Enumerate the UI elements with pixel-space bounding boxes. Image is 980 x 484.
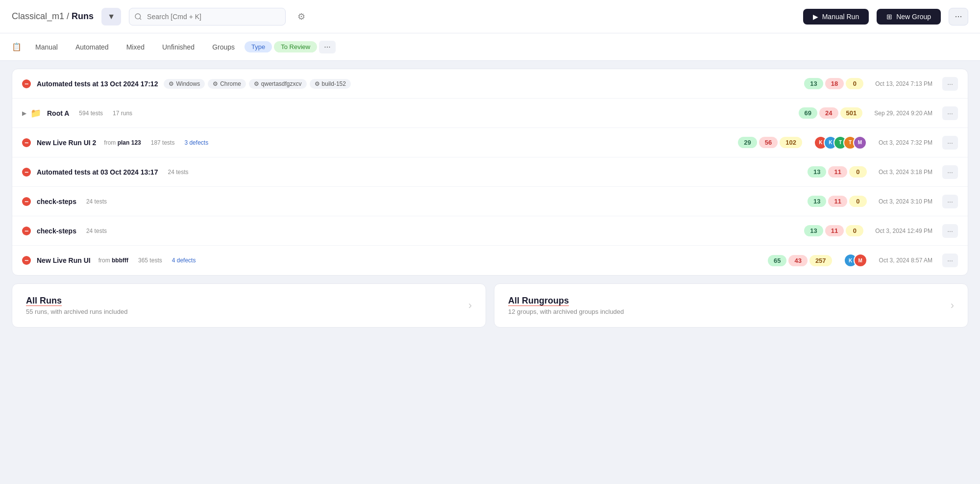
- all-runs-sub: 55 runs, with archived runs included: [26, 308, 127, 315]
- run-meta-tests: 594 tests: [79, 110, 103, 117]
- tab-bar-icon: 📋: [12, 42, 22, 51]
- tab-review-badge[interactable]: To Review: [274, 41, 317, 52]
- count-other: 501: [840, 107, 863, 119]
- row-more-button[interactable]: ···: [942, 136, 958, 150]
- status-fail-icon: [22, 256, 31, 265]
- breadcrumb: Classical_m1 / Runs: [12, 11, 94, 22]
- count-fail: 56: [759, 137, 778, 148]
- row-more-button[interactable]: ···: [942, 224, 958, 238]
- header-more-button[interactable]: ···: [949, 8, 968, 25]
- run-meta-tests: 24 tests: [168, 169, 188, 176]
- run-from: from bbbfff: [98, 257, 128, 264]
- run-name: Automated tests at 03 Oct 2024 13:17: [37, 168, 158, 176]
- row-more-button[interactable]: ···: [942, 254, 958, 267]
- chevron-right-icon: ›: [951, 299, 954, 312]
- tab-mixed[interactable]: Mixed: [119, 39, 152, 55]
- folder-icon: 📁: [30, 108, 41, 119]
- count-fail: 43: [788, 255, 807, 266]
- count-fail: 18: [825, 78, 844, 89]
- count-fail: 11: [828, 166, 847, 178]
- run-date: Oct 3, 2024 3:18 PM: [879, 169, 932, 176]
- run-name: New Live Run UI 2: [37, 139, 96, 147]
- count-pills: 13 11 0: [804, 225, 863, 236]
- main-content: Automated tests at 13 Oct 2024 17:12 ⚙ W…: [0, 61, 980, 335]
- chevron-right-icon: ›: [468, 299, 472, 312]
- run-date: Oct 3, 2024 3:10 PM: [879, 198, 932, 205]
- count-pass: 13: [808, 166, 826, 178]
- table-row: check-steps 24 tests 13 11 0 Oct 3, 2024…: [12, 187, 968, 216]
- tags-row: ⚙ Windows ⚙ Chrome ⚙ qwertasdfgzxcv ⚙ bu…: [164, 79, 350, 89]
- run-date: Oct 13, 2024 7:13 PM: [875, 80, 932, 87]
- row-more-button[interactable]: ···: [942, 106, 958, 120]
- count-pass: 29: [738, 137, 757, 148]
- tab-more-button[interactable]: ···: [319, 41, 335, 53]
- count-other: 0: [849, 166, 867, 178]
- status-fail-icon: [22, 138, 31, 147]
- row-more-button[interactable]: ···: [942, 77, 958, 91]
- run-meta-tests: 187 tests: [151, 139, 175, 146]
- count-pass: 13: [804, 78, 823, 89]
- table-row: Automated tests at 13 Oct 2024 17:12 ⚙ W…: [12, 69, 968, 99]
- tag-qwerta: ⚙ qwertasdfgzxcv: [249, 79, 307, 89]
- table-row: New Live Run UI 2 from plan 123 187 test…: [12, 128, 968, 157]
- run-meta-runs: 17 runs: [113, 110, 132, 117]
- count-fail: 24: [819, 107, 838, 119]
- tabs-bar: 📋 Manual Automated Mixed Unfinished Grou…: [0, 33, 980, 61]
- tab-manual[interactable]: Manual: [27, 39, 66, 55]
- status-fail-icon: [22, 227, 31, 235]
- all-rungroups-panel[interactable]: All Rungroups 12 groups, with archived g…: [494, 283, 968, 328]
- row-more-button[interactable]: ···: [942, 165, 958, 179]
- expand-icon[interactable]: ▶: [22, 110, 26, 117]
- count-pills: 13 11 0: [808, 196, 867, 207]
- run-date: Oct 3, 2024 8:57 AM: [879, 257, 932, 264]
- tag-chrome: ⚙ Chrome: [208, 79, 246, 89]
- run-name: New Live Run UI: [37, 256, 91, 264]
- top-bar: Classical_m1 / Runs ▼ ⚙ ▶ Manual Run ⊞ N…: [0, 0, 980, 33]
- run-name: check-steps: [37, 198, 76, 205]
- search-input[interactable]: [129, 8, 286, 25]
- count-pass: 69: [799, 107, 817, 119]
- all-runs-title: All Runs: [26, 296, 127, 306]
- count-other: 0: [846, 78, 863, 89]
- count-pills: 13 11 0: [808, 166, 867, 178]
- count-pass: 65: [768, 255, 786, 266]
- run-name: check-steps: [37, 227, 76, 235]
- tab-type-badge[interactable]: Type: [245, 41, 272, 52]
- all-runs-panel[interactable]: All Runs 55 runs, with archived runs inc…: [12, 283, 486, 328]
- table-row: New Live Run UI from bbbfff 365 tests 4 …: [12, 246, 968, 275]
- tab-unfinished[interactable]: Unfinished: [154, 39, 202, 55]
- filter-button[interactable]: ▼: [101, 8, 121, 25]
- run-date: Oct 3, 2024 12:49 PM: [875, 228, 932, 234]
- count-fail: 11: [825, 225, 844, 236]
- run-from: from plan 123: [104, 139, 141, 146]
- adjust-button[interactable]: ⚙: [294, 9, 309, 24]
- new-group-button[interactable]: ⊞ New Group: [877, 9, 941, 25]
- tab-groups[interactable]: Groups: [204, 39, 243, 55]
- count-fail: 11: [828, 196, 847, 207]
- count-pass: 13: [804, 225, 823, 236]
- panel-text: All Rungroups 12 groups, with archived g…: [508, 296, 624, 315]
- project-name: Classical_m1: [12, 11, 64, 21]
- status-fail-icon: [22, 197, 31, 206]
- run-name: Automated tests at 13 Oct 2024 17:12: [37, 80, 158, 88]
- all-rungroups-title: All Rungroups: [508, 296, 624, 306]
- count-other: 257: [809, 255, 832, 266]
- table-row: Automated tests at 03 Oct 2024 13:17 24 …: [12, 157, 968, 187]
- manual-run-button[interactable]: ▶ Manual Run: [803, 9, 869, 25]
- count-other: 102: [780, 137, 802, 148]
- all-rungroups-sub: 12 groups, with archived groups included: [508, 308, 624, 315]
- run-date: Oct 3, 2024 7:32 PM: [879, 139, 932, 146]
- run-meta-tests: 24 tests: [86, 228, 107, 234]
- row-more-button[interactable]: ···: [942, 195, 958, 208]
- count-pills: 65 43 257: [768, 255, 832, 266]
- run-meta-defects: 4 defects: [172, 257, 196, 264]
- count-pills: 69 24 501: [799, 107, 863, 119]
- count-pass: 13: [808, 196, 826, 207]
- count-other: 0: [846, 225, 863, 236]
- avatars: K K T T M: [814, 136, 867, 150]
- run-meta-tests: 24 tests: [86, 198, 107, 205]
- avatars: K M: [844, 254, 867, 267]
- avatar: M: [853, 136, 867, 150]
- tab-automated[interactable]: Automated: [68, 39, 117, 55]
- count-other: 0: [849, 196, 867, 207]
